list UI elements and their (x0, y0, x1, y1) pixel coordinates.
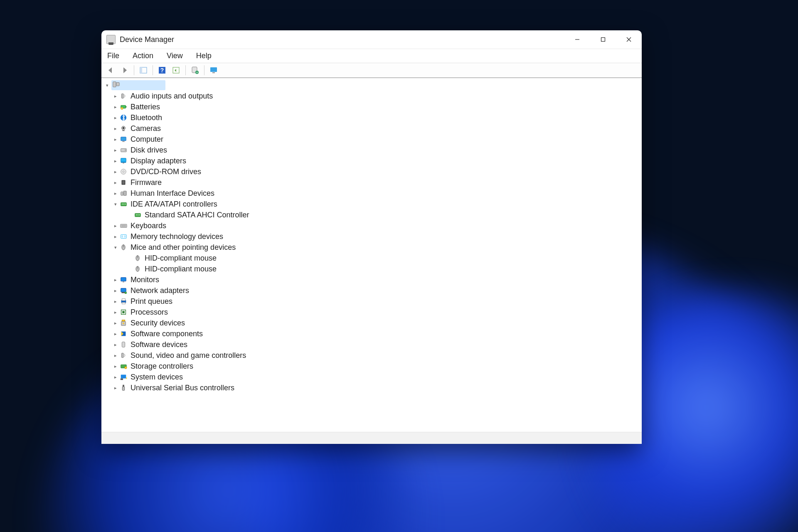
hid-icon (119, 189, 128, 197)
maximize-button[interactable] (590, 30, 616, 49)
tree-item[interactable]: ▸ Sound, video and game controllers (101, 350, 642, 361)
scan-hardware-button[interactable]: + (188, 64, 202, 76)
minimize-button[interactable] (564, 30, 590, 49)
tree-item[interactable]: ▸ Software components (101, 328, 642, 339)
show-hide-tree-button[interactable] (137, 64, 150, 76)
tree-child[interactable]: HID-compliant mouse (101, 264, 642, 274)
tree-item[interactable]: ▸ Monitors (101, 274, 642, 285)
tree-item[interactable]: ▸ Firmware (101, 177, 642, 188)
chevron-right-icon[interactable]: ▸ (112, 341, 119, 348)
tree-item-label: Human Interface Devices (131, 189, 214, 198)
computer-icon (111, 80, 121, 89)
chevron-right-icon[interactable]: ▸ (112, 147, 119, 153)
chevron-right-icon[interactable]: ▸ (112, 384, 119, 391)
update-driver-button[interactable] (207, 64, 220, 76)
tree-item-label: Security devices (131, 319, 185, 328)
keyboard-icon (119, 222, 128, 230)
chevron-right-icon[interactable]: ▸ (112, 374, 119, 380)
tree-item[interactable]: ▸ Computer (101, 134, 642, 145)
tree-item[interactable]: ▸ Disk drives (101, 145, 642, 155)
tree-item[interactable]: ▾ Mice and other pointing devices (101, 242, 642, 253)
forward-button[interactable] (118, 64, 131, 76)
device-tree[interactable]: ▾ ▸ Audio inputs and outputs ▸ Batteries… (101, 78, 642, 432)
component-icon (119, 330, 128, 338)
chevron-right-icon[interactable]: ▸ (112, 190, 119, 197)
tree-item[interactable]: ▸ Audio inputs and outputs (101, 91, 642, 101)
chevron-right-icon[interactable]: ▸ (112, 179, 119, 186)
tree-item[interactable]: ▸ Memory technology devices (101, 231, 642, 242)
tree-root[interactable]: ▾ (101, 80, 642, 91)
tree-item[interactable]: ▸ Network adapters (101, 285, 642, 296)
tree-item-label: Sound, video and game controllers (131, 351, 246, 360)
chevron-right-icon[interactable]: ▸ (112, 136, 119, 143)
chevron-right-icon[interactable]: ▸ (112, 352, 119, 359)
tree-item-label: Mice and other pointing devices (131, 243, 236, 252)
chevron-right-icon[interactable]: ▸ (112, 93, 119, 99)
tree-item-label: Software components (131, 330, 203, 338)
device-manager-icon (106, 35, 116, 44)
chevron-right-icon[interactable]: ▸ (112, 114, 119, 121)
toolbar: ? + (101, 63, 642, 78)
speaker-icon (119, 92, 128, 100)
help-button[interactable]: ? (155, 64, 169, 76)
chevron-right-icon[interactable]: ▸ (112, 125, 119, 132)
chevron-right-icon[interactable]: ▸ (112, 309, 119, 315)
titlebar[interactable]: Device Manager (101, 30, 642, 49)
svg-text:+: + (196, 71, 198, 74)
tree-item[interactable]: ▸ Cameras (101, 123, 642, 134)
tree-item[interactable]: ▸ DVD/CD-ROM drives (101, 166, 642, 177)
chevron-down-icon[interactable]: ▾ (112, 244, 119, 251)
properties-button[interactable] (170, 64, 183, 76)
close-button[interactable] (616, 30, 642, 49)
chevron-down-icon[interactable]: ▾ (104, 82, 111, 89)
mouse-icon (119, 243, 128, 251)
tree-item[interactable]: ▸ Print queues (101, 296, 642, 307)
chevron-right-icon[interactable]: ▸ (112, 233, 119, 240)
chevron-down-icon[interactable]: ▾ (112, 201, 119, 207)
chevron-right-icon[interactable]: ▸ (112, 287, 119, 294)
tree-item-label: Cameras (131, 124, 161, 133)
tree-child[interactable]: Standard SATA AHCI Controller (101, 209, 642, 220)
chevron-right-icon[interactable]: ▸ (112, 320, 119, 326)
chevron-right-icon[interactable]: ▸ (112, 158, 119, 164)
chevron-right-icon[interactable]: ▸ (112, 363, 119, 369)
menu-file[interactable]: File (106, 50, 121, 62)
tree-item-label: Keyboards (131, 222, 166, 230)
separator (204, 65, 204, 75)
optical-icon (119, 167, 128, 176)
chevron-right-icon[interactable]: ▸ (112, 298, 119, 305)
tree-item[interactable]: ▸ Software devices (101, 339, 642, 350)
menu-action[interactable]: Action (131, 50, 155, 62)
tree-item[interactable]: ▸ System devices (101, 372, 642, 382)
tree-item[interactable]: ▸ Processors (101, 307, 642, 318)
camera-icon (119, 124, 128, 133)
tree-item[interactable]: ▸ Bluetooth (101, 112, 642, 123)
menu-help[interactable]: Help (195, 50, 213, 62)
tree-item-label: Universal Serial Bus controllers (131, 384, 234, 392)
tree-item[interactable]: ▸ Universal Serial Bus controllers (101, 382, 642, 393)
chevron-right-icon[interactable]: ▸ (112, 168, 119, 175)
tree-item[interactable]: ▾ IDE ATA/ATAPI controllers (101, 199, 642, 209)
tree-item[interactable]: ▸ Batteries (101, 101, 642, 112)
tree-item-label: System devices (131, 373, 183, 382)
svg-rect-13 (212, 72, 215, 73)
chevron-right-icon[interactable]: ▸ (112, 103, 119, 110)
printer-icon (119, 297, 128, 305)
tree-item-label: DVD/CD-ROM drives (131, 167, 201, 176)
window-title: Device Manager (120, 35, 174, 44)
bluetooth-icon (119, 113, 128, 122)
tree-item[interactable]: ▸ Keyboards (101, 220, 642, 231)
tree-item[interactable]: ▸ Display adapters (101, 155, 642, 166)
tree-child[interactable]: HID-compliant mouse (101, 253, 642, 264)
chevron-right-icon[interactable]: ▸ (112, 222, 119, 229)
tree-item[interactable]: ▸ Human Interface Devices (101, 188, 642, 199)
chevron-right-icon[interactable]: ▸ (112, 276, 119, 283)
tree-item[interactable]: ▸ Security devices (101, 318, 642, 328)
tree-child-label: HID-compliant mouse (145, 254, 217, 263)
back-button[interactable] (104, 64, 117, 76)
chevron-right-icon[interactable]: ▸ (112, 330, 119, 337)
tree-item[interactable]: ▸ Storage controllers (101, 361, 642, 372)
menu-view[interactable]: View (165, 50, 185, 62)
tree-item-label: Network adapters (131, 286, 189, 295)
device-manager-window: Device Manager File Action View Help (101, 30, 642, 444)
